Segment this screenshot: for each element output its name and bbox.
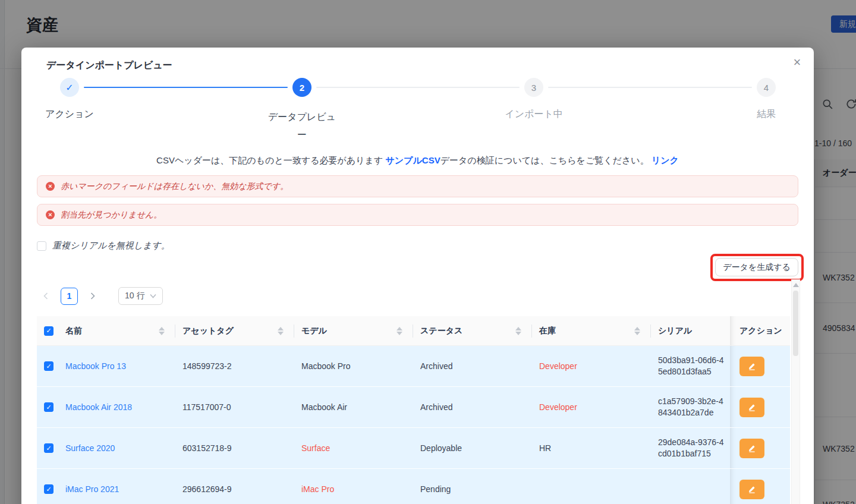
asset-name-link[interactable]: iMac Pro 2021 <box>65 484 119 494</box>
page-size-value: 10 行 <box>125 291 144 301</box>
status-cell: Archived <box>413 387 532 427</box>
col-label: シリアル <box>658 326 692 336</box>
screen: 資産 新規 1-10 / 160 オーダー WK7352 4905834 WK7… <box>0 0 856 504</box>
step-4-label: 結果 <box>757 108 776 121</box>
serial-cell: 50d3ba91-06d6-45ed801d3faa5 <box>658 355 724 377</box>
row-checkbox[interactable]: ✓ <box>44 361 54 371</box>
sort-icon[interactable] <box>278 327 284 335</box>
edit-row-button[interactable] <box>739 439 764 458</box>
row-checkbox[interactable]: ✓ <box>44 484 54 494</box>
step-3-indicator: 3 <box>524 78 543 97</box>
step-connector-done <box>84 87 288 88</box>
check-icon: ✓ <box>65 82 73 93</box>
check-icon: ✓ <box>46 486 51 493</box>
asset-name-link[interactable]: Macbook Air 2018 <box>65 402 132 412</box>
stock-cell: HR <box>532 428 651 468</box>
table-row: ✓ iMac Pro 2021 296612694-9 iMac Pro Pen… <box>37 469 790 504</box>
col-header-name[interactable]: 名前 <box>61 316 175 345</box>
chevron-right-icon[interactable] <box>84 287 102 305</box>
csv-instructions-text: CSVヘッダーは、下記のものと一致する必要があります <box>156 155 385 165</box>
asset-name-link[interactable]: Surface 2020 <box>65 443 115 453</box>
sort-icon[interactable] <box>159 327 165 335</box>
sample-csv-link[interactable]: サンプルCSV <box>385 155 440 165</box>
step-connector <box>548 87 752 88</box>
row-checkbox[interactable]: ✓ <box>44 443 54 453</box>
modal-title: データインポートプレビュー <box>46 59 172 72</box>
page-1-button[interactable]: 1 <box>61 288 78 305</box>
step-3-label: インポート中 <box>505 108 563 121</box>
chevron-left-icon[interactable] <box>37 287 55 305</box>
step-number: 4 <box>764 83 769 93</box>
generate-data-button[interactable]: データを生成する <box>715 258 798 276</box>
check-icon: ✓ <box>46 404 51 411</box>
status-cell: Deployable <box>413 428 532 468</box>
col-label: アクション <box>739 326 782 336</box>
scroll-up-icon[interactable] <box>793 283 799 287</box>
col-header-asset-tag[interactable]: アセットタグ <box>175 316 294 345</box>
asset-tag-cell: 148599723-2 <box>175 346 294 386</box>
edit-icon <box>747 484 757 494</box>
status-cell: Archived <box>413 346 532 386</box>
error-alert-text: 割当先が見つかりません。 <box>61 210 162 220</box>
step-1-indicator: ✓ <box>60 78 79 97</box>
edit-row-button[interactable] <box>739 480 764 499</box>
stock-cell: Developer <box>532 346 651 386</box>
error-alert: × 割当先が見つかりません。 <box>37 204 798 226</box>
step-1-label: アクション <box>45 108 94 121</box>
edit-row-button[interactable] <box>739 357 764 376</box>
table-scrollbar[interactable] <box>791 279 800 504</box>
edit-icon <box>747 361 757 371</box>
check-icon: ✓ <box>46 445 51 452</box>
step-2-label: データプレビュー <box>267 108 337 144</box>
model-cell: Macbook Air <box>294 387 413 427</box>
col-label: ステータス <box>420 326 462 336</box>
model-cell: Surface <box>294 428 413 468</box>
asset-tag-cell: 296612694-9 <box>175 469 294 504</box>
model-cell: iMac Pro <box>294 469 413 504</box>
edit-icon <box>747 443 757 453</box>
col-label: モデル <box>301 326 327 336</box>
help-link[interactable]: リンク <box>652 155 679 165</box>
asset-tag-cell: 603152718-9 <box>175 428 294 468</box>
model-cell: Macbook Pro <box>294 346 413 386</box>
close-icon[interactable]: × <box>789 55 805 70</box>
serial-cell: c1a57909-3b2e-4843401b2a7de <box>658 396 723 418</box>
asset-name-link[interactable]: Macbook Pro 13 <box>65 361 126 371</box>
step-4-indicator: 4 <box>757 78 776 97</box>
page-size-select[interactable]: 10 行 <box>118 287 163 305</box>
stock-cell: Developer <box>532 387 651 427</box>
col-header-serial: シリアル <box>651 316 730 345</box>
edit-icon <box>747 402 757 412</box>
step-number: 3 <box>531 83 536 93</box>
scrollbar-thumb[interactable] <box>793 291 798 356</box>
chevron-down-icon <box>150 294 156 298</box>
step-connector <box>316 87 520 88</box>
data-import-preview-modal: データインポートプレビュー × ✓ 2 3 4 アクション データプレビュー イ… <box>21 48 814 504</box>
sort-icon[interactable] <box>634 327 640 335</box>
select-all-checkbox[interactable]: ✓ <box>44 326 54 336</box>
error-alert: × 赤いマークのフィールドは存在しないか、無効な形式です。 <box>37 175 798 197</box>
step-number: 2 <box>300 83 304 93</box>
col-label: アセットタグ <box>182 326 234 336</box>
table-row: ✓ Macbook Pro 13 148599723-2 Macbook Pro… <box>37 346 790 387</box>
table-row: ✓ Macbook Air 2018 117517007-0 Macbook A… <box>37 387 790 428</box>
col-header-status[interactable]: ステータス <box>413 316 532 345</box>
select-all-cell: ✓ <box>37 316 61 345</box>
serial-cell: 29de084a-9376-4cd01b1baf715 <box>658 437 724 459</box>
ignore-duplicates-checkbox[interactable] <box>37 241 46 251</box>
error-alert-text: 赤いマークのフィールドは存在しないか、無効な形式です。 <box>61 181 288 192</box>
pagination: 1 10 行 <box>37 287 163 305</box>
row-checkbox[interactable]: ✓ <box>44 402 54 412</box>
sort-icon[interactable] <box>515 327 521 335</box>
table-row: ✓ Surface 2020 603152718-9 Surface Deplo… <box>37 428 790 469</box>
csv-instructions: CSVヘッダーは、下記のものと一致する必要があります サンプルCSVデータの検証… <box>21 155 814 166</box>
col-header-model[interactable]: モデル <box>294 316 413 345</box>
col-header-stock[interactable]: 在庫 <box>532 316 651 345</box>
sort-icon[interactable] <box>396 327 402 335</box>
ignore-duplicates-row: 重複シリアルを無視します。 <box>37 240 170 251</box>
error-icon: × <box>46 210 55 219</box>
edit-row-button[interactable] <box>739 398 764 417</box>
asset-tag-cell: 117517007-0 <box>175 387 294 427</box>
col-header-action: アクション <box>730 316 790 345</box>
csv-instructions-text: データの検証については、こちらをご覧ください。 <box>440 155 652 165</box>
